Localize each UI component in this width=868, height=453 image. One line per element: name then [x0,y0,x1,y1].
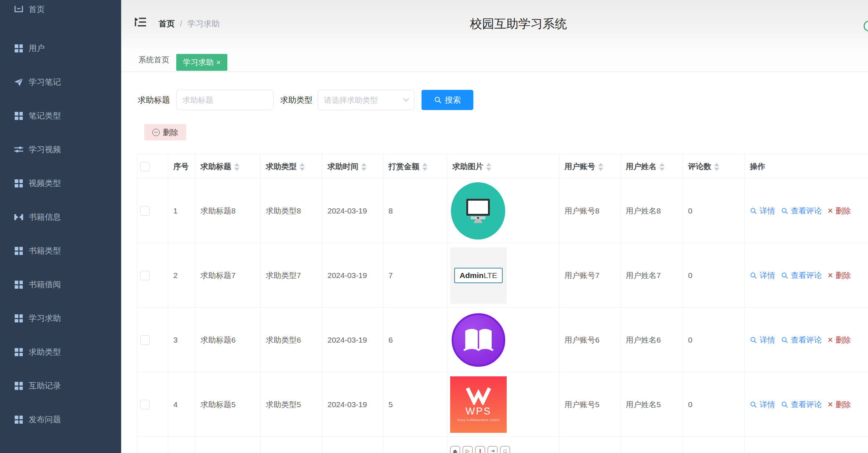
search-icon [750,336,757,344]
col-amount[interactable]: 打赏金额 [383,154,447,179]
help-title-input[interactable] [176,90,274,110]
bulk-delete-button[interactable]: 删除 [144,124,186,140]
cell-amount: 6 [383,308,447,372]
cell-actions: 详情 查看评论 ×删除 [745,243,868,308]
table-row: 1 求助标题8 求助类型8 2024-03-19 8 [137,179,868,243]
sidebar-item-label: 视频类型 [29,178,61,189]
grid-icon [14,179,23,188]
sort-caret-icon[interactable] [361,163,366,171]
sort-caret-icon[interactable] [300,163,305,171]
sort-caret-icon[interactable] [714,163,719,171]
stop-icon: □ [500,446,510,453]
minus-circle-icon [152,129,160,136]
delete-link[interactable]: ×删除 [828,206,851,216]
cell-seq: 3 [168,308,195,372]
sidebar-item-home[interactable]: 首页 [0,0,121,29]
col-comments[interactable]: 评论数 [683,154,745,179]
col-date[interactable]: 求助时间 [322,154,383,179]
cell-date: 2024-03-19 [322,243,383,308]
tab-study-help[interactable]: 学习求助 × [176,54,227,71]
col-image[interactable]: 求助图片 [447,154,559,179]
cell-title: 求助标题5 [195,372,261,437]
sidebar-item-label: 发布问题 [29,414,61,425]
sidebar-fold-icon[interactable] [134,16,147,27]
row-checkbox[interactable] [140,400,150,409]
sidebar-item-label: 学习视频 [29,144,61,155]
sort-caret-icon[interactable] [486,163,491,171]
row-checkbox[interactable] [140,206,150,216]
page-title: 校园互助学习系统 [470,0,567,48]
view-comments-link[interactable]: 查看评论 [781,206,822,216]
sort-caret-icon[interactable] [598,163,603,171]
close-icon: × [828,335,833,344]
view-comments-link[interactable]: 查看评论 [781,270,822,281]
grid-icon [14,314,23,323]
cell-comments [683,437,745,453]
sidebar-item-video-types[interactable]: 视频类型 [0,167,121,200]
sidebar-item-mutual-records[interactable]: 互助记录 [0,369,121,403]
detail-link[interactable]: 详情 [750,335,775,345]
sidebar-item-book-borrow[interactable]: 书籍借阅 [0,268,121,302]
monitor-teal-image[interactable] [451,182,505,240]
header-checkbox-cell [137,154,168,179]
col-name[interactable]: 用户姓名 [621,154,683,179]
sidebar-item-label: 用户 [29,43,45,54]
sidebar-item-study-help[interactable]: 学习求助 [0,302,121,335]
cell-image [447,308,559,372]
col-title[interactable]: 求助标题 [195,154,261,179]
sidebar-item-label: 书籍信息 [29,212,61,223]
breadcrumb: 首页 / 学习求助 [159,0,220,48]
pause-icon: ∥ [475,446,485,453]
row-checkbox[interactable] [140,335,150,345]
sort-caret-icon[interactable] [234,163,239,171]
breadcrumb-home-link[interactable]: 首页 [159,18,175,29]
search-icon [781,207,788,215]
help-type-select-value[interactable] [318,90,415,110]
view-comments-link[interactable]: 查看评论 [781,399,822,410]
monitor-icon [463,197,493,224]
tab-system-home[interactable]: 系统首页 [138,48,169,72]
tab-bar: 系统首页 学习求助 × [121,48,868,72]
sort-caret-icon[interactable] [659,163,665,171]
detail-link[interactable]: 详情 [750,399,775,410]
cell-checkbox [137,243,168,308]
bulk-delete-label: 删除 [163,127,178,138]
select-all-checkbox[interactable] [140,162,150,171]
sidebar-item-study-videos[interactable]: 学习视频 [0,133,121,167]
sidebar-item-label: 首页 [29,4,45,15]
delete-link[interactable]: ×删除 [828,335,851,345]
adminlte-logo-image[interactable]: AdminLTE [450,247,507,304]
avatar[interactable] [864,21,868,32]
sidebar-item-book-info[interactable]: 书籍信息 [0,200,121,234]
view-comments-link[interactable]: 查看评论 [781,335,822,345]
search-button[interactable]: 搜索 [422,90,473,110]
close-icon: × [828,400,833,409]
help-type-select[interactable] [318,90,415,110]
cell-actions: 详情 查看评论 ×删除 [745,372,868,437]
sidebar-item-help-types[interactable]: 求助类型 [0,335,121,369]
sort-caret-icon[interactable] [422,163,427,171]
book-purple-image[interactable] [450,312,507,368]
grid-icon [14,280,23,289]
sidebar-item-publish-question[interactable]: 发布问题 [0,403,121,436]
wps-logo-image[interactable]: WPS Easy·Collaborative·Joyful [450,376,507,433]
col-type[interactable]: 求助类型 [261,154,322,179]
row-checkbox[interactable] [140,271,150,280]
close-icon[interactable]: × [216,59,221,66]
cell-type: 求助类型6 [261,308,322,372]
adminlte-badge: AdminLTE [454,268,503,283]
sidebar-item-study-notes[interactable]: 学习笔记 [0,65,121,99]
delete-link[interactable]: ×删除 [828,399,851,410]
cell-actions [745,437,868,453]
detail-link[interactable]: 详情 [750,270,775,281]
col-account[interactable]: 用户账号 [559,154,621,179]
sidebar-item-book-types[interactable]: 书籍类型 [0,234,121,268]
delete-link[interactable]: ×删除 [828,270,851,281]
cell-title: 求助标题7 [195,243,261,308]
sidebar-item-users[interactable]: 用户 [0,32,121,65]
search-icon [750,207,757,215]
detail-link[interactable]: 详情 [750,206,775,216]
col-seq: 序号 [168,154,195,179]
sidebar-item-note-types[interactable]: 笔记类型 [0,99,121,133]
media-buttons-image[interactable]: ⏏ ▷ ∥ ⇥ □ ⏏ ▷ ∥ ⇥ □ [450,440,513,453]
